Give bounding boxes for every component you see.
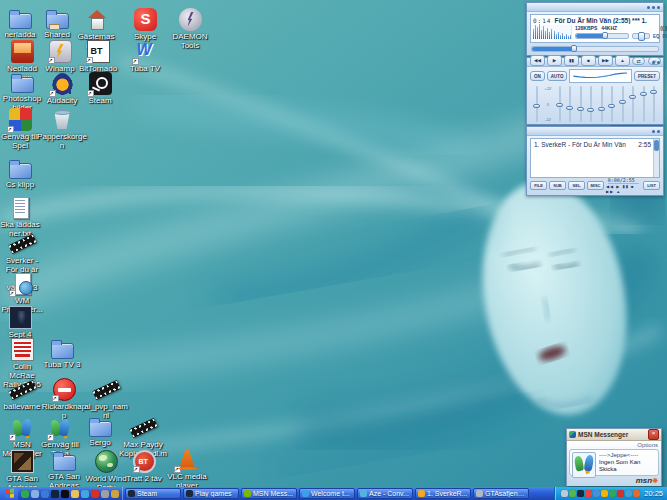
desktop-icon[interactable]: al_pvp_namnl bbox=[82, 378, 130, 420]
eq-band-slider-2[interactable] bbox=[566, 86, 573, 122]
tray-icon[interactable] bbox=[625, 490, 632, 497]
msn-options-link[interactable]: Options bbox=[637, 442, 658, 448]
desktop-icon[interactable]: Skype bbox=[123, 8, 167, 41]
tray-icon[interactable] bbox=[601, 490, 608, 497]
desktop-icon[interactable]: GTA San Andreas bbox=[40, 450, 88, 487]
transport-button[interactable]: ◀◀ bbox=[530, 55, 545, 66]
eq-band-slider-8[interactable] bbox=[629, 86, 636, 122]
desktop-icon[interactable]: Cs klipp bbox=[0, 158, 40, 189]
eq-preamp-slider[interactable] bbox=[533, 86, 540, 122]
eq-auto-button[interactable]: AUTO bbox=[547, 71, 568, 81]
eq-band-slider-9[interactable] bbox=[640, 86, 647, 122]
quick-launch-icon[interactable] bbox=[91, 490, 99, 498]
window-control-buttons[interactable] bbox=[652, 130, 660, 133]
desktop-icon[interactable]: GTA San Andreas bbox=[0, 450, 44, 487]
desktop-icon[interactable]: Tuba TV bbox=[123, 40, 167, 73]
transport-button[interactable]: ▮▮ bbox=[564, 55, 579, 66]
playlist-menu-button[interactable]: SEL bbox=[568, 181, 585, 190]
desktop-icon[interactable]: DAEMON Tools bbox=[164, 8, 216, 50]
msn-signin-card[interactable]: ---->Jeppe<---- Ingen Som Kan Skicka Låt… bbox=[569, 449, 659, 476]
eq-band-slider-3[interactable] bbox=[577, 86, 584, 122]
tray-icon[interactable] bbox=[561, 490, 568, 497]
transport-button[interactable]: ▶ bbox=[547, 55, 562, 66]
seek-bar[interactable] bbox=[531, 46, 659, 52]
tray-icon[interactable] bbox=[617, 490, 624, 497]
close-icon[interactable]: × bbox=[648, 429, 659, 440]
quick-launch-icon[interactable] bbox=[41, 490, 49, 498]
pl-toggle[interactable]: PL bbox=[663, 34, 667, 39]
desktop-icon-glyph bbox=[9, 196, 32, 219]
taskbar-window-button[interactable]: GTAsafjens... bbox=[473, 488, 529, 499]
quick-launch-icon[interactable] bbox=[21, 490, 29, 498]
transport-button[interactable]: ▶▶ bbox=[598, 55, 613, 66]
desktop-icon[interactable]: Sept 4 bbox=[0, 306, 40, 339]
eq-on-button[interactable]: ON bbox=[530, 71, 545, 81]
transport-button[interactable]: ▲ bbox=[615, 55, 630, 66]
winamp-main-titlebar[interactable] bbox=[527, 3, 663, 12]
desktop-icon[interactable]: ballevarne bbox=[0, 378, 44, 411]
desktop-icon[interactable]: nerladda bbox=[0, 8, 40, 39]
quick-launch-icon[interactable] bbox=[71, 490, 79, 498]
desktop-icon-label: Tuba TV 3 bbox=[40, 360, 84, 369]
window-control-buttons[interactable] bbox=[652, 61, 660, 64]
desktop-icon-glyph bbox=[49, 416, 72, 439]
playlist-mini-transport[interactable]: ◀◀ ▶ ▮▮ ■ ▶▶ ▲ bbox=[606, 184, 641, 194]
eq-preset-button[interactable]: PRESET bbox=[634, 71, 660, 81]
desktop-icon[interactable]: Tuba TV 3 bbox=[40, 338, 84, 369]
clock[interactable]: 20:25 bbox=[644, 489, 663, 498]
eq-band-slider-7[interactable] bbox=[619, 86, 626, 122]
desktop-icon[interactable]: VLC media player bbox=[163, 448, 211, 487]
playlist-menu-button[interactable]: MISC bbox=[587, 181, 604, 190]
taskbar-window-button[interactable]: MSN Mess... bbox=[241, 488, 297, 499]
volume-slider[interactable] bbox=[575, 33, 629, 39]
eq-band-slider-1[interactable] bbox=[556, 86, 563, 122]
window-control-buttons[interactable] bbox=[647, 6, 660, 9]
desktop-icon[interactable]: Photoshop bilder bbox=[0, 72, 44, 112]
start-button[interactable] bbox=[0, 487, 18, 500]
quick-launch-icon[interactable] bbox=[51, 490, 59, 498]
taskbar-window-button[interactable]: Welcome t... bbox=[299, 488, 355, 499]
desktop-icon[interactable]: Sergo bbox=[80, 416, 120, 447]
desktop-icon[interactable]: Tratt 2 täv bbox=[122, 450, 166, 483]
playlist-menu-button[interactable]: FILE bbox=[530, 181, 547, 190]
playlist-item[interactable]: 1. SverkeR - För Du Är Min Vän 2:55 bbox=[531, 139, 659, 148]
quick-launch-icon[interactable] bbox=[111, 490, 119, 498]
winamp-playlist-titlebar[interactable] bbox=[527, 127, 663, 136]
taskbar-window-button[interactable]: Steam bbox=[125, 488, 181, 499]
desktop-icon[interactable]: Papperskorgen bbox=[36, 108, 88, 150]
transport-buttons: ◀◀▶▮▮■▶▶▲ bbox=[530, 55, 630, 66]
quick-launch-icon[interactable] bbox=[101, 490, 109, 498]
quick-launch-icon[interactable] bbox=[31, 490, 39, 498]
balance-slider[interactable] bbox=[632, 33, 650, 39]
playlist-list-button[interactable]: LIST bbox=[643, 181, 660, 190]
playlist-menu-button[interactable]: SUB bbox=[549, 181, 566, 190]
taskbar-window-button[interactable]: Play games bbox=[183, 488, 239, 499]
quick-launch-icon[interactable] bbox=[61, 490, 69, 498]
tray-icon[interactable] bbox=[593, 490, 600, 497]
taskbar-window-button[interactable]: Aze - Conv... bbox=[357, 488, 413, 499]
quick-launch-icon[interactable] bbox=[81, 490, 89, 498]
tray-icon[interactable] bbox=[585, 490, 592, 497]
tray-icon[interactable] bbox=[569, 490, 576, 497]
desktop-icon-label: Steam bbox=[78, 96, 122, 105]
taskbar-window-button[interactable]: 1. SverkeR... bbox=[415, 488, 471, 499]
spectrum-visualizer[interactable] bbox=[533, 25, 572, 39]
transport-button[interactable]: ■ bbox=[581, 55, 596, 66]
msn-popup-titlebar[interactable]: MSN Messenger × bbox=[567, 429, 661, 441]
playlist-scrollbar[interactable] bbox=[653, 139, 659, 177]
tray-icon[interactable] bbox=[633, 490, 640, 497]
eq-band-slider-6[interactable] bbox=[608, 86, 615, 122]
eq-band-slider-4[interactable] bbox=[587, 86, 594, 122]
desktop-icon[interactable]: Genväg till Spel bbox=[0, 108, 40, 150]
shuffle-button[interactable]: ⇄ bbox=[632, 57, 645, 65]
tray-icon[interactable] bbox=[577, 490, 584, 497]
msn-popup-title: MSN Messenger bbox=[578, 431, 646, 438]
eq-toggle[interactable]: EQ bbox=[653, 34, 660, 39]
tray-icon[interactable] bbox=[609, 490, 616, 497]
desktop-icon[interactable]: Rickardknapp bbox=[40, 378, 88, 420]
desktop-icon[interactable]: BitTornado bbox=[76, 40, 120, 73]
eq-band-slider-5[interactable] bbox=[598, 86, 605, 122]
eq-band-slider-10[interactable] bbox=[650, 86, 657, 122]
shortcut-arrow-icon bbox=[9, 434, 16, 441]
desktop-icon[interactable]: Steam bbox=[78, 72, 122, 105]
